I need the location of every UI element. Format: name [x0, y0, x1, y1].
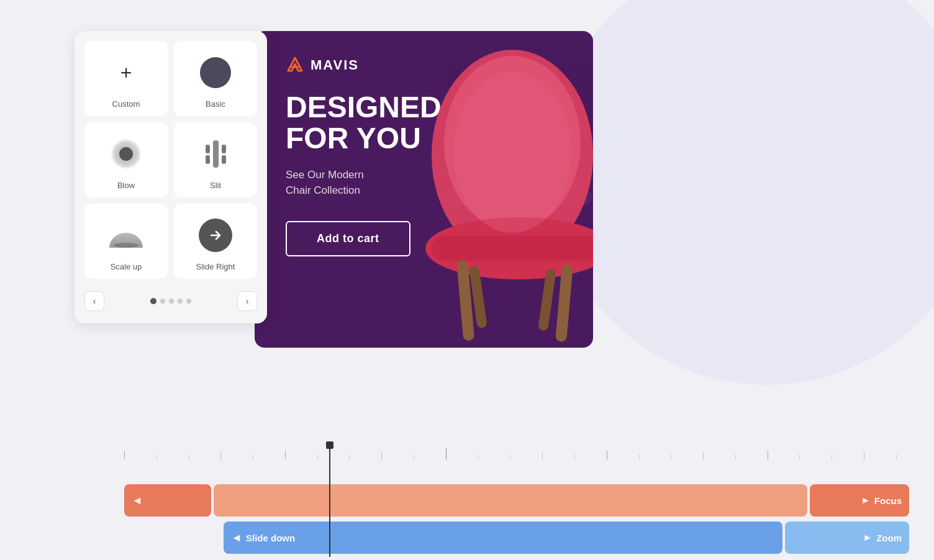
slit-icon — [206, 137, 226, 171]
basic-icon-area — [194, 51, 237, 94]
plus-icon: + — [111, 57, 142, 88]
slideright-icon — [199, 219, 232, 252]
track-segment-1-2[interactable] — [214, 484, 807, 517]
track-segment-2-1[interactable]: ◄ Slide down — [224, 522, 782, 554]
playhead-handle[interactable] — [326, 441, 333, 449]
slit-icon-area — [194, 132, 237, 176]
circle-dark-icon — [200, 57, 231, 88]
playhead[interactable] — [329, 445, 330, 557]
anim-item-basic[interactable]: Basic — [174, 41, 257, 116]
anim-item-slideright[interactable]: Slide Right — [174, 204, 257, 279]
chair-svg — [382, 43, 593, 348]
arrow-right-svg — [208, 228, 223, 243]
blow-icon-area — [104, 132, 148, 176]
anim-item-blow[interactable]: Blow — [84, 122, 168, 197]
custom-label: Custom — [112, 99, 140, 109]
track-label-focus: ► Focus — [861, 495, 902, 506]
timeline-ruler — [124, 447, 897, 459]
svg-point-8 — [453, 71, 571, 233]
background-circle — [549, 0, 934, 385]
dot-1 — [150, 298, 156, 304]
track-segment-2-2[interactable]: ► Zoom — [785, 522, 909, 554]
dot-4 — [178, 299, 183, 304]
main-container: + Custom Basic Blow — [75, 31, 593, 348]
blow-label: Blow — [117, 181, 135, 190]
track-arrow-left-1: ◄ — [132, 494, 143, 507]
track-arrow-left-2: ◄ — [231, 531, 242, 544]
focus-label: Focus — [874, 495, 902, 506]
prev-button[interactable]: ‹ — [84, 291, 104, 311]
slit-label: Slit — [210, 181, 221, 190]
track-segment-1-3[interactable]: ► Focus — [810, 484, 909, 517]
animation-grid: + Custom Basic Blow — [84, 41, 257, 279]
timeline-area: ◄ ► Focus ◄ Slide down ► Zoom — [0, 436, 934, 560]
mavis-logo-icon — [286, 56, 304, 75]
slideright-icon-area — [194, 214, 237, 257]
ad-card: MAVIS DESIGNEDFOR YOU See Our ModernChai… — [255, 31, 593, 348]
basic-label: Basic — [206, 99, 225, 109]
slidedown-label: Slide down — [246, 533, 295, 543]
track-2: ◄ Slide down ► Zoom — [224, 522, 909, 554]
dot-5 — [186, 299, 191, 304]
track-1: ◄ ► Focus — [124, 484, 909, 517]
anim-item-custom[interactable]: + Custom — [84, 41, 168, 116]
chair-image — [382, 43, 593, 348]
zoom-label: Zoom — [876, 533, 902, 543]
brand-name: MAVIS — [311, 57, 359, 73]
track-label-zoom: ► Zoom — [863, 532, 902, 543]
slideright-label: Slide Right — [196, 262, 235, 271]
svg-rect-3 — [432, 236, 593, 261]
dot-2 — [160, 299, 165, 304]
dot-3 — [169, 299, 174, 304]
pagination: ‹ › — [84, 289, 257, 314]
next-button[interactable]: › — [237, 291, 257, 311]
track-segment-1-1[interactable]: ◄ — [124, 484, 211, 517]
custom-icon-area: + — [104, 51, 148, 94]
blow-icon — [109, 137, 143, 171]
scaleup-icon — [109, 223, 143, 248]
pagination-dots — [150, 298, 191, 304]
animation-panel: + Custom Basic Blow — [75, 31, 267, 323]
scaleup-label: Scale up — [111, 262, 142, 271]
scaleup-icon-area — [104, 214, 148, 257]
anim-item-slit[interactable]: Slit — [174, 122, 257, 197]
anim-item-scaleup[interactable]: Scale up — [84, 204, 168, 279]
